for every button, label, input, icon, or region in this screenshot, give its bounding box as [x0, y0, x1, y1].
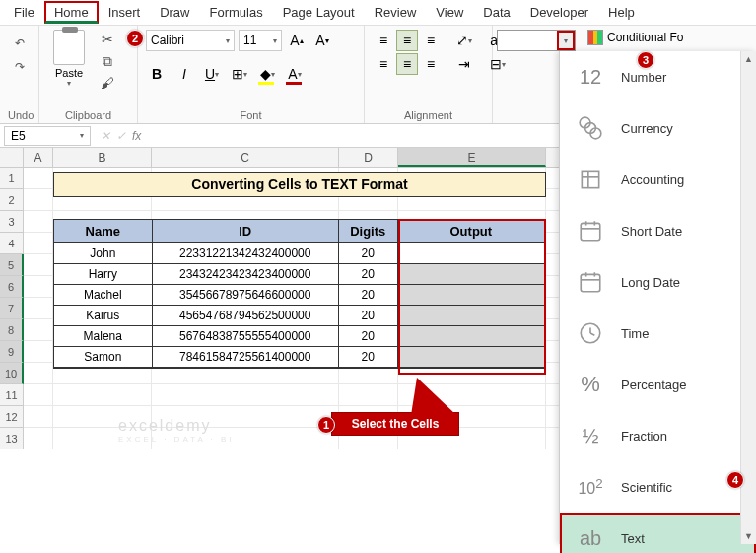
menu-insert[interactable]: Insert — [99, 1, 151, 24]
indent-button[interactable]: ⇥ — [453, 53, 475, 75]
format-option-number[interactable]: 12Number — [560, 51, 756, 103]
col-header-c[interactable]: C — [152, 148, 339, 167]
cell[interactable] — [24, 254, 53, 276]
row-header-3[interactable]: 3 — [0, 211, 24, 233]
cell[interactable] — [24, 189, 53, 211]
select-all-corner[interactable] — [0, 148, 24, 167]
cell-name[interactable]: John — [54, 243, 153, 264]
menu-view[interactable]: View — [426, 1, 473, 24]
format-option-long-date[interactable]: Long Date — [560, 256, 756, 308]
number-format-select[interactable]: ▾ — [497, 30, 576, 51]
format-option-accounting[interactable]: Accounting — [560, 154, 756, 205]
align-left-button[interactable]: ≡ — [373, 53, 394, 75]
redo-button[interactable]: ↷ — [8, 57, 32, 77]
cell-output[interactable] — [398, 243, 545, 264]
format-option-fraction[interactable]: ½Fraction — [560, 410, 756, 461]
row-header-6[interactable]: 6 — [0, 276, 24, 298]
font-color-button[interactable]: A▾ — [284, 63, 306, 85]
fill-color-button[interactable]: ◆▾ — [256, 63, 278, 85]
cell[interactable] — [24, 298, 53, 319]
cell[interactable] — [24, 168, 53, 189]
cell-output[interactable] — [398, 326, 545, 347]
cell-id[interactable]: 23432423423423400000 — [153, 264, 339, 285]
increase-font-button[interactable]: A▴ — [286, 30, 308, 51]
cell[interactable] — [24, 384, 53, 406]
bold-button[interactable]: B — [146, 63, 168, 85]
font-size-select[interactable]: 11▾ — [239, 30, 282, 51]
cell[interactable] — [24, 363, 53, 384]
fx-icon[interactable]: fx — [132, 129, 141, 143]
col-header-a[interactable]: A — [24, 148, 53, 167]
format-option-currency[interactable]: Currency — [560, 103, 756, 154]
cell[interactable] — [24, 428, 53, 449]
cell-id[interactable]: 35456678975646600000 — [153, 285, 339, 306]
cell[interactable] — [24, 276, 53, 298]
cell[interactable] — [24, 341, 53, 363]
row-header-5[interactable]: 5 — [0, 254, 24, 276]
cell[interactable] — [24, 319, 53, 341]
cell[interactable] — [24, 211, 53, 233]
cell-digits[interactable]: 20 — [339, 326, 398, 347]
cell-id[interactable]: 45654768794562500000 — [153, 306, 339, 326]
menu-help[interactable]: Help — [598, 1, 645, 24]
cell[interactable] — [339, 384, 398, 406]
cell-output[interactable] — [398, 347, 545, 368]
row-header-7[interactable]: 7 — [0, 298, 24, 319]
decrease-font-button[interactable]: A▾ — [311, 30, 333, 51]
cell-name[interactable]: Malena — [54, 326, 153, 347]
align-middle-button[interactable]: ≡ — [396, 30, 418, 51]
cell[interactable] — [24, 406, 53, 428]
underline-button[interactable]: U▾ — [201, 63, 223, 85]
copy-button[interactable]: ⧉ — [97, 51, 118, 71]
cell-output[interactable] — [398, 306, 545, 326]
menu-data[interactable]: Data — [473, 1, 519, 24]
menu-home[interactable]: Home — [44, 1, 99, 24]
cell-output[interactable] — [398, 264, 545, 285]
col-header-d[interactable]: D — [339, 148, 398, 167]
orientation-button[interactable]: ⤢▾ — [453, 30, 475, 51]
cell-name[interactable]: Samon — [54, 347, 153, 368]
cell-name[interactable]: Machel — [54, 285, 153, 306]
format-option-percentage[interactable]: %Percentage — [560, 359, 756, 410]
menu-developer[interactable]: Developer — [520, 1, 598, 24]
scroll-up-icon[interactable]: ▲ — [741, 51, 756, 67]
row-header-1[interactable]: 1 — [0, 168, 24, 189]
align-bottom-button[interactable]: ≡ — [420, 30, 442, 51]
cell[interactable] — [24, 233, 53, 254]
row-header-12[interactable]: 12 — [0, 406, 24, 428]
align-top-button[interactable]: ≡ — [373, 30, 394, 51]
paste-button[interactable]: Paste ▾ — [47, 30, 91, 88]
row-header-8[interactable]: 8 — [0, 319, 24, 341]
cell-digits[interactable]: 20 — [339, 347, 398, 368]
cell-output[interactable] — [398, 285, 545, 306]
row-header-10[interactable]: 10 — [0, 363, 24, 384]
format-painter-button[interactable]: 🖌 — [97, 73, 118, 93]
row-header-13[interactable]: 13 — [0, 428, 24, 449]
cell-id[interactable]: 56764838755555400000 — [153, 326, 339, 347]
format-panel-scrollbar[interactable]: ▲ ▼ — [740, 51, 756, 544]
undo-button[interactable]: ↶ — [8, 34, 32, 53]
menu-file[interactable]: File — [4, 1, 44, 24]
cell-id[interactable]: 78461584725561400000 — [153, 347, 339, 368]
row-header-2[interactable]: 2 — [0, 189, 24, 211]
border-button[interactable]: ⊞▾ — [229, 63, 250, 85]
menu-draw[interactable]: Draw — [150, 1, 199, 24]
cell-digits[interactable]: 20 — [339, 285, 398, 306]
cell-digits[interactable]: 20 — [339, 243, 398, 264]
cut-button[interactable]: ✂ — [97, 30, 118, 49]
align-right-button[interactable]: ≡ — [420, 53, 442, 75]
cell-digits[interactable]: 20 — [339, 306, 398, 326]
format-option-time[interactable]: Time — [560, 308, 756, 359]
cancel-formula-icon[interactable]: ✕ — [101, 129, 110, 143]
cell[interactable] — [53, 384, 152, 406]
format-option-short-date[interactable]: Short Date — [560, 205, 756, 256]
cell-name[interactable]: Kairus — [54, 306, 153, 326]
col-header-e[interactable]: E — [398, 148, 546, 167]
format-option-scientific[interactable]: 102Scientific — [560, 461, 756, 513]
scroll-down-icon[interactable]: ▼ — [741, 528, 756, 544]
cell[interactable] — [152, 384, 339, 406]
row-header-9[interactable]: 9 — [0, 341, 24, 363]
accept-formula-icon[interactable]: ✓ — [116, 129, 126, 143]
menu-formulas[interactable]: Formulas — [200, 1, 273, 24]
format-option-text[interactable]: abText — [560, 513, 756, 553]
